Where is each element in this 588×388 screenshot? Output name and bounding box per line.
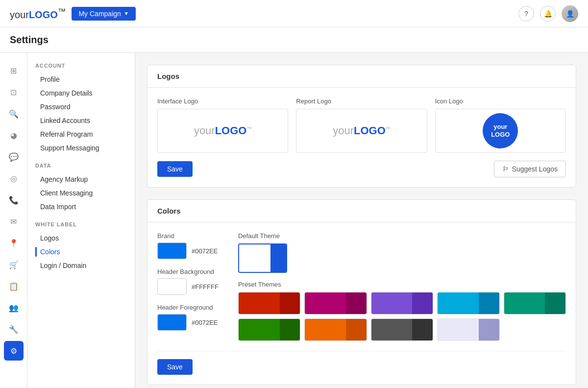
preset-red-right	[280, 292, 300, 314]
page-title: Settings	[10, 34, 49, 46]
colors-body: Brand #0072EE Header Background #FFFFFF	[147, 222, 576, 385]
logos-row: Interface Logo yourLOGO™ Report Logo you…	[157, 97, 566, 153]
header-bg-hex-value: #FFFFFF	[192, 283, 219, 291]
interface-logo-label: Interface Logo	[157, 97, 288, 105]
colors-section: Colors Brand #0072EE Header Back	[147, 199, 576, 385]
colors-save-button[interactable]: Save	[157, 359, 193, 375]
sidebar-icon-chart[interactable]: ◕	[4, 125, 24, 145]
preset-item-green[interactable]	[238, 318, 300, 341]
default-theme-preview[interactable]	[238, 243, 287, 273]
preset-purple-left	[371, 292, 413, 314]
logos-body: Interface Logo yourLOGO™ Report Logo you…	[147, 88, 576, 187]
avatar-image: 👤	[562, 5, 578, 22]
nav-section-whitelabel: WHITE LABEL	[35, 221, 127, 227]
preset-orange-left	[305, 319, 346, 340]
preset-item-red[interactable]	[238, 292, 300, 315]
suggest-logos-button[interactable]: 🏳 Suggest Logos	[494, 161, 566, 177]
campaign-button[interactable]: My Campaign ▼	[72, 7, 135, 21]
header-bg-field-group: Header Background #FFFFFF	[157, 268, 219, 295]
nav-item-agency-markup[interactable]: Agency Markup	[35, 172, 127, 186]
icon-logo-text-line1: your	[493, 123, 507, 131]
colors-grid: Brand #0072EE Header Background #FFFFFF	[157, 232, 566, 341]
sidebar-icon-listen[interactable]: ◎	[4, 169, 24, 188]
nav-item-colors[interactable]: Colors	[35, 245, 127, 259]
sidebar-icon-users[interactable]: 👥	[4, 298, 24, 317]
icon-logo-text-line2: LOGO	[491, 131, 510, 139]
notifications-button[interactable]: 🔔	[540, 6, 556, 22]
nav-section-data: DATA	[35, 163, 127, 169]
help-button[interactable]: ?	[518, 6, 534, 22]
preset-green-right	[280, 319, 300, 340]
sidebar-icon-phone[interactable]: 📞	[4, 190, 24, 210]
main-layout: ⊞ ⊡ 🔍 ◕ 💬 ◎ 📞 ✉ 📍 🛒 📋 👥 🔧 ⚙ ACCOUNT Prof…	[0, 53, 588, 388]
avatar[interactable]: 👤	[562, 5, 578, 22]
sidebar-icon-location[interactable]: 📍	[4, 233, 24, 253]
nav-item-client-messaging[interactable]: Client Messaging	[35, 186, 127, 200]
logo: yourLOGO™	[10, 7, 66, 21]
top-navigation: yourLOGO™ My Campaign ▼ ? 🔔 👤	[0, 0, 588, 27]
header-fg-hex-value: #0072EE	[192, 319, 218, 326]
interface-logo-preview[interactable]: yourLOGO™	[157, 109, 288, 153]
sidebar-icon-search[interactable]: 🔍	[4, 104, 24, 123]
preset-item-cyan[interactable]	[437, 292, 499, 315]
preset-item-teal[interactable]	[504, 292, 566, 315]
sidebar-icon-apps[interactable]: ⊡	[4, 82, 24, 102]
sidebar-icon-chat[interactable]: 💬	[4, 147, 24, 167]
preset-item-pink[interactable]	[304, 292, 367, 315]
nav-item-profile[interactable]: Profile	[35, 73, 127, 86]
logos-header: Logos	[147, 65, 576, 88]
preset-themes-label: Preset Themes	[238, 281, 566, 288]
preset-item-purple[interactable]	[371, 292, 433, 315]
sidebar-icon-settings[interactable]: ⚙	[4, 341, 24, 361]
preset-item-gray[interactable]	[371, 318, 433, 341]
header-fg-field-group: Header Foreground #0072EE	[157, 304, 219, 331]
logos-footer: Save 🏳 Suggest Logos	[157, 161, 566, 177]
header-bg-label: Header Background	[157, 268, 219, 275]
preset-cyan-left	[438, 292, 479, 314]
header-bg-field-row: #FFFFFF	[157, 278, 219, 295]
preset-green-left	[239, 319, 280, 340]
top-nav-right: ? 🔔 👤	[518, 5, 578, 22]
brand-color-swatch[interactable]	[157, 242, 187, 259]
flag-icon: 🏳	[502, 165, 509, 173]
preset-teal-right	[545, 292, 565, 314]
nav-item-password[interactable]: Password	[35, 100, 127, 114]
content-area: Logos Interface Logo yourLOGO™ Report Lo…	[135, 53, 588, 388]
preset-gray-left	[371, 319, 413, 340]
theme-section: Default Theme Preset Themes	[238, 232, 566, 341]
logos-section: Logos Interface Logo yourLOGO™ Report Lo…	[147, 65, 576, 188]
brand-hex-value: #0072EE	[192, 247, 218, 255]
preset-purple-right	[412, 292, 433, 314]
sidebar-icon-report[interactable]: 📋	[4, 276, 24, 296]
brand-label: Brand	[157, 232, 219, 240]
nav-item-logos[interactable]: Logos	[35, 231, 127, 245]
icon-logo-label: Icon Logo	[435, 97, 566, 105]
nav-item-login-domain[interactable]: Login / Domain	[35, 259, 127, 272]
nav-item-support-messaging[interactable]: Support Messaging	[35, 141, 127, 155]
icon-logo-box: Icon Logo your LOGO	[435, 97, 566, 153]
report-logo-preview[interactable]: yourLOGO™	[296, 109, 427, 153]
nav-item-company-details[interactable]: Company Details	[35, 86, 127, 100]
preset-pink-left	[305, 292, 346, 314]
sidebar-icon-tools[interactable]: 🔧	[4, 319, 24, 339]
preset-item-orange[interactable]	[304, 318, 367, 341]
preset-item-light[interactable]	[437, 318, 499, 341]
icon-logo-preview[interactable]: your LOGO	[435, 109, 566, 153]
brand-field-row: #0072EE	[157, 242, 219, 259]
preset-red-left	[239, 292, 280, 314]
nav-section-account: ACCOUNT	[35, 63, 127, 69]
sidebar-icon-cart[interactable]: 🛒	[4, 255, 24, 274]
header-bg-swatch[interactable]	[157, 278, 187, 295]
sidebar-icon-mail[interactable]: ✉	[4, 212, 24, 231]
sidebar-icon-home[interactable]: ⊞	[4, 61, 24, 80]
colors-header: Colors	[147, 200, 576, 222]
nav-item-data-import[interactable]: Data Import	[35, 200, 127, 214]
report-logo-image: yourLOGO™	[333, 124, 391, 137]
header-fg-swatch[interactable]	[157, 314, 187, 331]
theme-preview-right	[270, 244, 286, 272]
bell-icon: 🔔	[544, 10, 552, 18]
nav-item-referral[interactable]: Referral Program	[35, 127, 127, 141]
logos-save-button[interactable]: Save	[157, 161, 193, 177]
report-logo-box: Report Logo yourLOGO™	[296, 97, 427, 153]
nav-item-linked-accounts[interactable]: Linked Accounts	[35, 114, 127, 127]
